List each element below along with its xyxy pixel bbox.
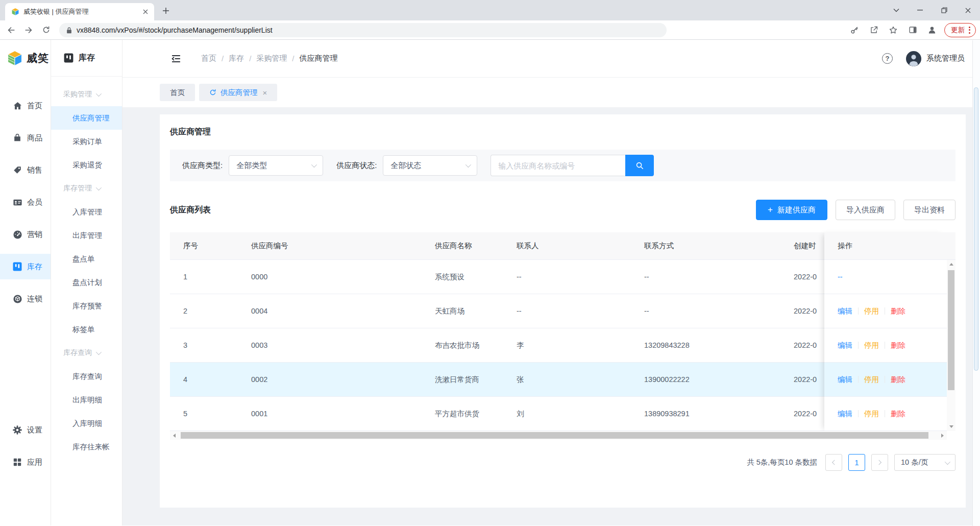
window-minimize-button[interactable] bbox=[908, 0, 932, 20]
breadcrumb-item-stock[interactable]: 库存 bbox=[229, 54, 244, 63]
supplier-type-select[interactable]: 全部类型 bbox=[229, 155, 323, 176]
table-vertical-scrollbar[interactable] bbox=[947, 260, 955, 431]
disable-link[interactable]: 停用 bbox=[864, 409, 879, 419]
submenu-item-stock-ledger[interactable]: 库存往来帐 bbox=[51, 435, 122, 459]
browser-tab[interactable]: 威笑收银 | 供应商管理 bbox=[5, 3, 154, 20]
edit-link[interactable]: 编辑 bbox=[838, 375, 852, 385]
submenu-group-stock-management[interactable]: 库存管理 bbox=[51, 177, 122, 200]
submenu-item-stock-alert[interactable]: 库存预警 bbox=[51, 294, 122, 318]
cell-phone: -- bbox=[631, 273, 780, 281]
horizontal-scroll-thumb[interactable] bbox=[181, 432, 928, 439]
new-tab-button[interactable] bbox=[158, 3, 174, 18]
page-tab-home[interactable]: 首页 bbox=[160, 84, 195, 101]
gear-icon bbox=[12, 425, 22, 435]
profile-icon[interactable] bbox=[925, 23, 939, 37]
submenu-item-label: 标签单 bbox=[72, 325, 95, 334]
page-size-select[interactable]: 10 条/页 bbox=[894, 454, 955, 471]
page-scrollbar[interactable] bbox=[972, 40, 980, 526]
page-number-button[interactable]: 1 bbox=[848, 454, 865, 471]
scroll-up-arrow-icon[interactable] bbox=[947, 260, 955, 269]
page-scroll-thumb[interactable] bbox=[974, 87, 978, 371]
action-cell: 编辑停用删除 bbox=[824, 328, 947, 363]
back-button[interactable] bbox=[4, 23, 18, 37]
breadcrumb-item-home[interactable]: 首页 bbox=[201, 54, 216, 63]
submenu-item-outbound-detail[interactable]: 出库明细 bbox=[51, 388, 122, 412]
delete-link[interactable]: 删除 bbox=[891, 375, 905, 385]
window-restore-button[interactable] bbox=[932, 0, 956, 20]
window-close-button[interactable] bbox=[956, 0, 980, 20]
submenu-item-stock-query[interactable]: 库存查询 bbox=[51, 365, 122, 388]
submenu-item-stocktake-sheet[interactable]: 盘点单 bbox=[51, 247, 122, 271]
tab-search-chevron-icon[interactable] bbox=[884, 0, 908, 20]
side-panel-icon[interactable] bbox=[905, 23, 920, 37]
submenu-item-stocktake-plan[interactable]: 盘点计划 bbox=[51, 271, 122, 294]
sidebar-item-sales[interactable]: 销售 bbox=[0, 157, 51, 183]
edit-link[interactable]: 编辑 bbox=[838, 409, 852, 419]
cell-supplier-name: 平方超市供货 bbox=[422, 409, 503, 419]
submenu-item-supplier-management[interactable]: 供应商管理 bbox=[51, 106, 122, 130]
tab-close-icon[interactable]: × bbox=[263, 88, 267, 97]
sidebar-item-chain[interactable]: 连锁 bbox=[0, 286, 51, 312]
create-supplier-button[interactable]: + 新建供应商 bbox=[756, 200, 827, 220]
user-menu[interactable]: 系统管理员 bbox=[906, 51, 965, 66]
export-data-button[interactable]: 导出资料 bbox=[903, 200, 955, 220]
sidebar-item-members[interactable]: 会员 bbox=[0, 189, 51, 215]
delete-link[interactable]: 删除 bbox=[891, 306, 905, 316]
update-label: 更新 bbox=[951, 26, 965, 35]
submenu-item-outbound-management[interactable]: 出库管理 bbox=[51, 224, 122, 247]
sidebar-item-home[interactable]: 首页 bbox=[0, 93, 51, 118]
browser-update-button[interactable]: 更新 bbox=[944, 23, 976, 37]
search-input[interactable] bbox=[491, 155, 625, 176]
share-icon[interactable] bbox=[867, 23, 881, 37]
sidebar-item-label: 应用 bbox=[27, 458, 42, 467]
supplier-status-select[interactable]: 全部状态 bbox=[383, 155, 477, 176]
sidebar-item-marketing[interactable]: 营销 bbox=[0, 222, 51, 247]
forward-button[interactable] bbox=[21, 23, 36, 37]
url-bar[interactable]: vx8848.com/vxPos/#/stock/purchaseManagem… bbox=[59, 23, 667, 37]
submenu-item-label-sheet[interactable]: 标签单 bbox=[51, 318, 122, 341]
submenu-title: 库存 bbox=[79, 53, 95, 63]
cell-phone: 13209843228 bbox=[631, 341, 780, 349]
next-page-button[interactable] bbox=[871, 454, 888, 471]
sidebar-item-settings[interactable]: 设置 bbox=[0, 417, 51, 443]
scroll-down-arrow-icon[interactable] bbox=[947, 422, 955, 431]
filter-bar: 供应商类型: 全部类型 供应商状态: 全部状态 bbox=[170, 150, 955, 181]
table-horizontal-scrollbar[interactable] bbox=[170, 431, 947, 440]
edit-link[interactable]: 编辑 bbox=[838, 306, 852, 316]
edit-link[interactable]: 编辑 bbox=[838, 341, 852, 350]
disable-link[interactable]: 停用 bbox=[864, 341, 879, 350]
prev-page-button[interactable] bbox=[825, 454, 842, 471]
reload-button[interactable] bbox=[39, 23, 53, 37]
search-button[interactable] bbox=[625, 155, 654, 176]
disable-link[interactable]: 停用 bbox=[864, 306, 879, 316]
scroll-left-arrow-icon[interactable] bbox=[170, 431, 179, 440]
page-tab-label: 首页 bbox=[170, 88, 185, 98]
sidebar-collapse-icon[interactable] bbox=[170, 53, 182, 64]
submenu-item-inbound-management[interactable]: 入库管理 bbox=[51, 200, 122, 224]
sidebar-item-goods[interactable]: 商品 bbox=[0, 125, 51, 151]
user-name: 系统管理员 bbox=[926, 54, 965, 63]
tab-refresh-icon[interactable] bbox=[209, 89, 216, 96]
browser-menu-icon[interactable] bbox=[969, 27, 970, 34]
sidebar-item-stock[interactable]: 库存 bbox=[0, 254, 51, 279]
sidebar-item-apps[interactable]: 应用 bbox=[0, 449, 51, 475]
submenu-group-purchase[interactable]: 采购管理 bbox=[51, 83, 122, 106]
bookmark-star-icon[interactable] bbox=[886, 23, 900, 37]
cell-phone: 13900022222 bbox=[631, 375, 780, 384]
delete-link[interactable]: 删除 bbox=[891, 409, 905, 419]
vertical-scroll-thumb[interactable] bbox=[948, 270, 954, 390]
disable-link[interactable]: 停用 bbox=[864, 375, 879, 385]
breadcrumb-item-purchase[interactable]: 采购管理 bbox=[256, 54, 287, 63]
password-key-icon[interactable] bbox=[847, 23, 862, 37]
submenu-item-purchase-returns[interactable]: 采购退货 bbox=[51, 153, 122, 177]
submenu-item-inbound-detail[interactable]: 入库明细 bbox=[51, 412, 122, 435]
scroll-right-arrow-icon[interactable] bbox=[938, 431, 947, 440]
help-icon[interactable]: ? bbox=[882, 53, 893, 64]
browser-tab-close-icon[interactable] bbox=[141, 7, 150, 16]
import-supplier-button[interactable]: 导入供应商 bbox=[836, 200, 895, 220]
page-tab-supplier-management[interactable]: 供应商管理 × bbox=[199, 84, 277, 101]
list-header-row: 供应商列表 + 新建供应商 导入供应商 导出资料 bbox=[170, 200, 955, 220]
submenu-group-stock-query[interactable]: 库存查询 bbox=[51, 341, 122, 365]
submenu-item-purchase-orders[interactable]: 采购订单 bbox=[51, 130, 122, 153]
delete-link[interactable]: 删除 bbox=[891, 341, 905, 350]
